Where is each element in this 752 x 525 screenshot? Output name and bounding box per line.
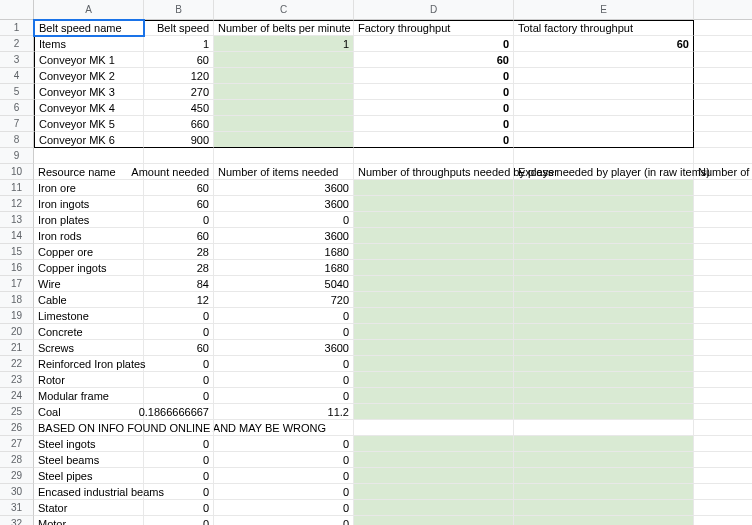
col-header-B[interactable]: B	[144, 0, 214, 20]
cell[interactable]: Wire	[34, 276, 144, 292]
row-header-29[interactable]: 29	[0, 468, 34, 484]
cell[interactable]: 1	[144, 36, 214, 52]
cell[interactable]: 0	[694, 436, 752, 452]
cell[interactable]	[514, 52, 694, 68]
cell[interactable]: Modular frame	[34, 388, 144, 404]
corner-cell[interactable]	[0, 0, 34, 20]
cell[interactable]: Copper ore	[34, 244, 144, 260]
cell[interactable]	[514, 452, 694, 468]
cell[interactable]	[514, 468, 694, 484]
cell[interactable]: 28	[144, 244, 214, 260]
cell[interactable]: 3600	[214, 340, 354, 356]
cell[interactable]: 0	[694, 500, 752, 516]
cell[interactable]	[514, 276, 694, 292]
cell[interactable]: 3600	[214, 196, 354, 212]
cell[interactable]	[514, 84, 694, 100]
cell[interactable]: 0	[354, 68, 514, 84]
cell[interactable]: Limestone	[34, 308, 144, 324]
row-header-22[interactable]: 22	[0, 356, 34, 372]
cell[interactable]: 0	[214, 212, 354, 228]
cell[interactable]	[514, 404, 694, 420]
cell[interactable]	[214, 84, 354, 100]
cell[interactable]: 0	[144, 324, 214, 340]
row-header-1[interactable]: 1	[0, 20, 34, 36]
cell[interactable]: 0	[144, 516, 214, 525]
row-header-14[interactable]: 14	[0, 228, 34, 244]
cell[interactable]: Items	[34, 36, 144, 52]
cell[interactable]: Resource name	[34, 164, 144, 180]
cell[interactable]: 0	[214, 388, 354, 404]
cell[interactable]: 3600	[214, 180, 354, 196]
cell[interactable]: 1680	[214, 244, 354, 260]
cell[interactable]	[354, 516, 514, 525]
cell[interactable]: 60	[514, 36, 694, 52]
cell[interactable]: 3600	[214, 228, 354, 244]
cell[interactable]	[514, 228, 694, 244]
cell[interactable]: 0	[214, 452, 354, 468]
cell[interactable]: 0	[694, 308, 752, 324]
cell[interactable]: 84	[144, 276, 214, 292]
cell[interactable]: 0	[354, 100, 514, 116]
cell[interactable]	[354, 388, 514, 404]
cell[interactable]	[354, 292, 514, 308]
cell[interactable]	[514, 340, 694, 356]
cell[interactable]	[514, 356, 694, 372]
cell[interactable]	[514, 260, 694, 276]
cell[interactable]	[514, 372, 694, 388]
row-header-15[interactable]: 15	[0, 244, 34, 260]
row-header-20[interactable]: 20	[0, 324, 34, 340]
cell[interactable]: 28	[144, 260, 214, 276]
cell[interactable]	[144, 148, 214, 164]
cell[interactable]: 0	[214, 324, 354, 340]
row-header-13[interactable]: 13	[0, 212, 34, 228]
cell[interactable]: 11.2	[214, 404, 354, 420]
row-header-6[interactable]: 6	[0, 100, 34, 116]
cell[interactable]	[354, 404, 514, 420]
cell[interactable]	[694, 116, 752, 132]
cell[interactable]: 450	[144, 100, 214, 116]
cell[interactable]: Total factory throughput	[514, 20, 694, 36]
cell[interactable]: 0	[214, 484, 354, 500]
row-header-21[interactable]: 21	[0, 340, 34, 356]
cell[interactable]: 12	[144, 292, 214, 308]
cell[interactable]: 0	[694, 324, 752, 340]
cell[interactable]	[354, 308, 514, 324]
cell[interactable]: 0	[694, 372, 752, 388]
cell[interactable]	[214, 116, 354, 132]
cell[interactable]: 60	[144, 52, 214, 68]
spreadsheet[interactable]: ABCDEF1Belt speed nameBelt speedNumber o…	[0, 0, 752, 525]
cell[interactable]: 0	[214, 500, 354, 516]
cell[interactable]: Coal	[34, 404, 144, 420]
cell[interactable]: 0	[354, 36, 514, 52]
cell[interactable]	[214, 148, 354, 164]
cell[interactable]	[354, 180, 514, 196]
cell[interactable]: Excess needed by player (in raw items)	[514, 164, 694, 180]
cell[interactable]	[514, 436, 694, 452]
cell[interactable]: Conveyor MK 3	[34, 84, 144, 100]
cell[interactable]	[514, 116, 694, 132]
cell[interactable]	[354, 212, 514, 228]
cell[interactable]: 0	[694, 484, 752, 500]
cell[interactable]	[214, 100, 354, 116]
cell[interactable]: 120	[694, 180, 752, 196]
cell[interactable]: Screws	[34, 340, 144, 356]
cell[interactable]	[694, 132, 752, 148]
row-header-26[interactable]: 26	[0, 420, 34, 436]
col-header-E[interactable]: E	[514, 0, 694, 20]
cell[interactable]	[354, 148, 514, 164]
row-header-9[interactable]: 9	[0, 148, 34, 164]
row-header-4[interactable]: 4	[0, 68, 34, 84]
cell[interactable]	[694, 420, 752, 436]
cell[interactable]	[354, 228, 514, 244]
cell[interactable]	[514, 196, 694, 212]
cell[interactable]: 0	[694, 356, 752, 372]
col-header-A[interactable]: A	[34, 0, 144, 20]
cell[interactable]	[34, 148, 144, 164]
cell[interactable]	[514, 388, 694, 404]
row-header-25[interactable]: 25	[0, 404, 34, 420]
row-header-8[interactable]: 8	[0, 132, 34, 148]
cell[interactable]	[214, 68, 354, 84]
cell[interactable]: 0	[144, 452, 214, 468]
row-header-30[interactable]: 30	[0, 484, 34, 500]
cell[interactable]	[694, 148, 752, 164]
